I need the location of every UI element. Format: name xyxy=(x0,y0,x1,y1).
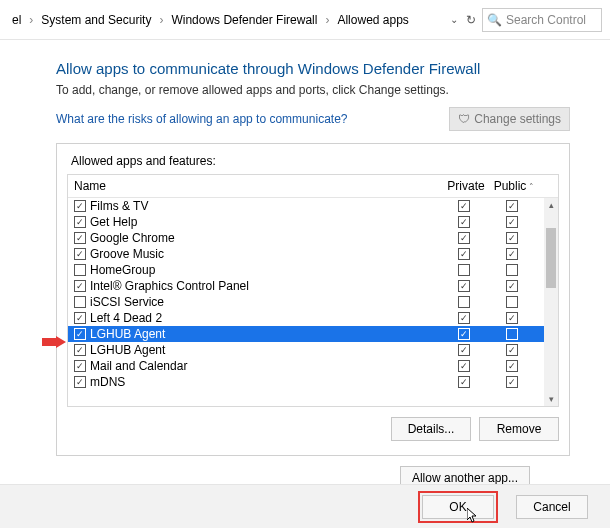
refresh-icon[interactable]: ↻ xyxy=(466,13,476,27)
public-checkbox[interactable] xyxy=(506,264,518,276)
row-name: Left 4 Dead 2 xyxy=(90,311,442,325)
private-checkbox[interactable] xyxy=(458,360,470,372)
change-settings-button[interactable]: 🛡 Change settings xyxy=(449,107,570,131)
chevron-down-icon[interactable]: ⌄ xyxy=(450,14,458,25)
row-enabled-checkbox[interactable] xyxy=(74,264,86,276)
public-checkbox[interactable] xyxy=(506,376,518,388)
table-row[interactable]: Google Chrome xyxy=(68,230,544,246)
row-public-cell[interactable] xyxy=(490,376,538,388)
apps-list[interactable]: Name Private Public˄ Films & TVGet HelpG… xyxy=(67,174,559,407)
row-enabled-checkbox[interactable] xyxy=(74,200,86,212)
row-public-cell[interactable] xyxy=(490,232,538,244)
scroll-down-icon[interactable]: ▾ xyxy=(544,392,558,406)
breadcrumb-item[interactable]: el xyxy=(8,11,25,29)
row-private-cell[interactable] xyxy=(442,232,490,244)
row-enabled-checkbox[interactable] xyxy=(74,312,86,324)
ok-button[interactable]: OK xyxy=(422,495,494,519)
breadcrumb[interactable]: el › System and Security › Windows Defen… xyxy=(8,11,444,29)
public-checkbox[interactable] xyxy=(506,296,518,308)
public-checkbox[interactable] xyxy=(506,344,518,356)
public-checkbox[interactable] xyxy=(506,280,518,292)
public-checkbox[interactable] xyxy=(506,360,518,372)
row-public-cell[interactable] xyxy=(490,216,538,228)
scrollbar[interactable]: ▴ ▾ xyxy=(544,198,558,406)
row-private-cell[interactable] xyxy=(442,328,490,340)
table-row[interactable]: HomeGroup xyxy=(68,262,544,278)
row-name: mDNS xyxy=(90,375,442,389)
column-header-public[interactable]: Public˄ xyxy=(490,179,538,193)
row-public-cell[interactable] xyxy=(490,264,538,276)
table-row[interactable]: iSCSI Service xyxy=(68,294,544,310)
row-public-cell[interactable] xyxy=(490,328,538,340)
table-row[interactable]: mDNS xyxy=(68,374,544,390)
breadcrumb-item[interactable]: Allowed apps xyxy=(333,11,412,29)
row-enabled-checkbox[interactable] xyxy=(74,216,86,228)
row-enabled-checkbox[interactable] xyxy=(74,376,86,388)
public-checkbox[interactable] xyxy=(506,312,518,324)
public-checkbox[interactable] xyxy=(506,216,518,228)
scrollbar-thumb[interactable] xyxy=(546,228,556,288)
row-private-cell[interactable] xyxy=(442,264,490,276)
help-link[interactable]: What are the risks of allowing an app to… xyxy=(56,112,347,126)
row-public-cell[interactable] xyxy=(490,280,538,292)
scroll-up-icon[interactable]: ▴ xyxy=(544,198,558,212)
row-private-cell[interactable] xyxy=(442,360,490,372)
table-row[interactable]: Left 4 Dead 2 xyxy=(68,310,544,326)
private-checkbox[interactable] xyxy=(458,312,470,324)
table-row[interactable]: Intel® Graphics Control Panel xyxy=(68,278,544,294)
row-public-cell[interactable] xyxy=(490,296,538,308)
row-enabled-checkbox[interactable] xyxy=(74,248,86,260)
breadcrumb-item[interactable]: System and Security xyxy=(37,11,155,29)
row-public-cell[interactable] xyxy=(490,200,538,212)
public-checkbox[interactable] xyxy=(506,328,518,340)
row-enabled-checkbox[interactable] xyxy=(74,360,86,372)
private-checkbox[interactable] xyxy=(458,200,470,212)
table-row[interactable]: Films & TV xyxy=(68,198,544,214)
column-header-private[interactable]: Private xyxy=(442,179,490,193)
private-checkbox[interactable] xyxy=(458,344,470,356)
row-public-cell[interactable] xyxy=(490,248,538,260)
details-button[interactable]: Details... xyxy=(391,417,471,441)
table-row[interactable]: LGHUB Agent xyxy=(68,342,544,358)
svg-marker-1 xyxy=(467,508,476,522)
row-private-cell[interactable] xyxy=(442,216,490,228)
public-checkbox[interactable] xyxy=(506,232,518,244)
row-enabled-checkbox[interactable] xyxy=(74,344,86,356)
private-checkbox[interactable] xyxy=(458,216,470,228)
table-row[interactable]: LGHUB Agent xyxy=(68,326,544,342)
row-enabled-checkbox[interactable] xyxy=(74,296,86,308)
private-checkbox[interactable] xyxy=(458,280,470,292)
row-enabled-checkbox[interactable] xyxy=(74,280,86,292)
breadcrumb-item[interactable]: Windows Defender Firewall xyxy=(167,11,321,29)
row-private-cell[interactable] xyxy=(442,296,490,308)
row-public-cell[interactable] xyxy=(490,344,538,356)
row-private-cell[interactable] xyxy=(442,376,490,388)
row-enabled-checkbox[interactable] xyxy=(74,328,86,340)
private-checkbox[interactable] xyxy=(458,328,470,340)
dialog-footer: OK Cancel xyxy=(0,484,610,528)
remove-button[interactable]: Remove xyxy=(479,417,559,441)
private-checkbox[interactable] xyxy=(458,296,470,308)
row-private-cell[interactable] xyxy=(442,312,490,324)
row-private-cell[interactable] xyxy=(442,248,490,260)
private-checkbox[interactable] xyxy=(458,264,470,276)
cancel-button[interactable]: Cancel xyxy=(516,495,588,519)
table-row[interactable]: Groove Music xyxy=(68,246,544,262)
table-row[interactable]: Get Help xyxy=(68,214,544,230)
row-private-cell[interactable] xyxy=(442,344,490,356)
row-enabled-checkbox[interactable] xyxy=(74,232,86,244)
row-private-cell[interactable] xyxy=(442,280,490,292)
public-checkbox[interactable] xyxy=(506,200,518,212)
search-input[interactable]: 🔍 Search Control xyxy=(482,8,602,32)
row-name: Films & TV xyxy=(90,199,442,213)
row-private-cell[interactable] xyxy=(442,200,490,212)
row-name: Mail and Calendar xyxy=(90,359,442,373)
public-checkbox[interactable] xyxy=(506,248,518,260)
row-public-cell[interactable] xyxy=(490,312,538,324)
table-row[interactable]: Mail and Calendar xyxy=(68,358,544,374)
private-checkbox[interactable] xyxy=(458,232,470,244)
private-checkbox[interactable] xyxy=(458,248,470,260)
row-public-cell[interactable] xyxy=(490,360,538,372)
private-checkbox[interactable] xyxy=(458,376,470,388)
column-header-name[interactable]: Name xyxy=(74,179,442,193)
